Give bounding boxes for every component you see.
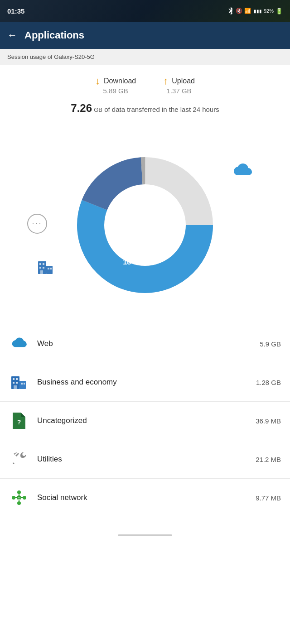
total-value: 7.26	[71, 102, 92, 114]
svg-point-28	[17, 501, 21, 505]
svg-point-34	[19, 497, 20, 498]
stats-area: ↓ Download 5.89 GB ↑ Upload 1.37 GB 7.26…	[0, 65, 290, 125]
svg-rect-15	[19, 381, 26, 389]
status-time: 01:35	[7, 7, 24, 15]
uncategorized-value: 36.9 MB	[256, 417, 281, 425]
business-icon	[9, 372, 29, 392]
svg-point-26	[23, 496, 26, 500]
download-label: Download	[104, 77, 136, 85]
upload-stat: ↑ Upload 1.37 GB	[163, 76, 195, 95]
scroll-indicator	[0, 531, 290, 540]
bluetooth-icon	[227, 7, 234, 15]
total-unit: GB	[94, 106, 102, 113]
svg-rect-22	[24, 383, 25, 384]
social-value: 9.77 MB	[256, 494, 281, 502]
scroll-bar	[118, 534, 172, 536]
page-title: Applications	[24, 29, 84, 41]
download-arrow-icon: ↓	[95, 76, 100, 86]
svg-rect-20	[14, 385, 17, 389]
svg-rect-7	[43, 263, 44, 265]
upload-value: 1.37 GB	[167, 87, 192, 95]
list-item-web[interactable]: Web 5.9 GB	[0, 325, 290, 363]
upload-label: Upload	[172, 77, 195, 85]
social-name: Social network	[37, 493, 247, 502]
donut-chart: 81 % 18 %	[77, 157, 213, 293]
total-suffix: of data transferred in the last 24 hours	[104, 106, 219, 113]
chart-container: ··· 81 % 18	[0, 125, 290, 325]
battery-indicator: 92%	[264, 8, 274, 14]
building-chart-icon	[36, 258, 54, 279]
chart-label-18: 18 %	[123, 258, 140, 266]
utilities-value: 21.2 MB	[256, 456, 281, 463]
download-upload-row: ↓ Download 5.89 GB ↑ Upload 1.37 GB	[95, 76, 195, 95]
wifi-icon: 📶	[244, 8, 251, 14]
list-item-uncategorized[interactable]: ? Uncategorized 36.9 MB	[0, 402, 290, 440]
cloud-chart-icon	[231, 162, 254, 182]
web-icon	[9, 334, 29, 354]
battery-icon: 🔋	[276, 8, 283, 14]
status-icons: 🔇 📶 ▮▮▮ 92% 🔋	[227, 7, 283, 15]
donut-center	[106, 186, 184, 264]
svg-rect-12	[50, 268, 52, 269]
top-nav: ← Applications	[0, 22, 290, 49]
total-data-text: 7.26 GB of data transferred in the last …	[71, 102, 219, 115]
mute-icon: 🔇	[236, 8, 242, 14]
social-icon	[9, 488, 29, 508]
svg-point-33	[18, 497, 19, 498]
uncategorized-name: Uncategorized	[37, 416, 247, 425]
back-button[interactable]: ←	[7, 29, 17, 41]
svg-rect-11	[48, 268, 49, 269]
web-name: Web	[37, 339, 251, 348]
web-value: 5.9 GB	[260, 340, 281, 348]
session-bar: Session usage of Galaxy-S20-5G	[0, 49, 290, 65]
business-name: Business and economy	[37, 378, 248, 387]
svg-rect-6	[39, 263, 41, 265]
svg-rect-9	[43, 267, 44, 269]
download-stat: ↓ Download 5.89 GB	[95, 76, 136, 95]
svg-rect-10	[40, 270, 43, 274]
svg-rect-5	[46, 266, 53, 274]
download-value: 5.89 GB	[103, 87, 128, 95]
business-value: 1.28 GB	[256, 379, 281, 386]
svg-rect-16	[13, 378, 14, 380]
svg-rect-8	[39, 267, 41, 269]
status-bar: 01:35 🔇 📶 ▮▮▮ 92% 🔋	[0, 0, 290, 22]
list-item-social[interactable]: Social network 9.77 MB	[0, 479, 290, 517]
signal-icon: ▮▮▮	[254, 9, 262, 14]
list-item-business[interactable]: Business and economy 1.28 GB	[0, 363, 290, 402]
utilities-icon	[9, 449, 29, 469]
svg-text:?: ?	[17, 418, 21, 426]
list-section: Web 5.9 GB Business and economy 1.28 GB	[0, 325, 290, 531]
upload-arrow-icon: ↑	[163, 76, 168, 86]
uncategorized-icon: ?	[9, 411, 29, 431]
svg-point-27	[17, 490, 21, 494]
session-label: Session usage of Galaxy-S20-5G	[7, 53, 95, 60]
svg-rect-18	[13, 382, 14, 384]
chart-label-81: 81 %	[162, 199, 179, 207]
svg-rect-17	[16, 378, 18, 380]
utilities-name: Utilities	[37, 455, 247, 464]
list-item-utilities[interactable]: Utilities 21.2 MB	[0, 440, 290, 479]
svg-rect-19	[16, 382, 18, 384]
svg-point-25	[12, 496, 15, 500]
more-options-chart-icon[interactable]: ···	[27, 214, 47, 234]
svg-rect-21	[21, 383, 23, 384]
